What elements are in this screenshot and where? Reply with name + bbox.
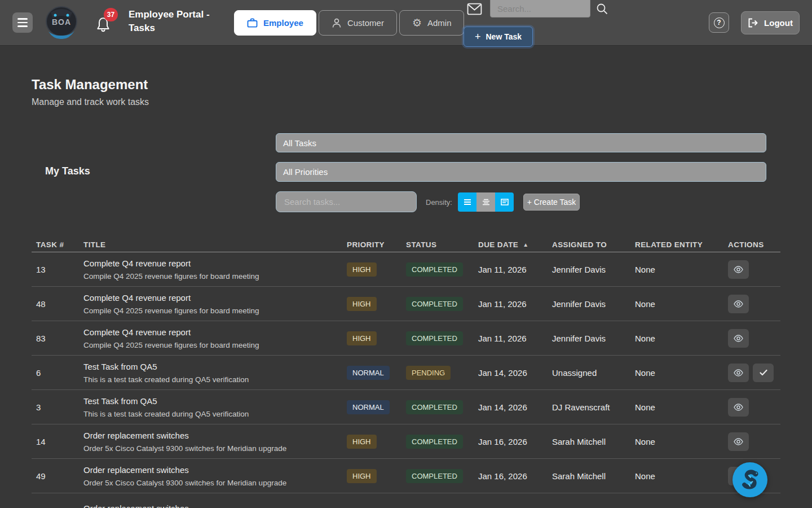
density-toggle-group xyxy=(458,192,514,212)
priority-badge: HIGH xyxy=(347,469,377,483)
task-description: This is a test task created during QA5 v… xyxy=(83,375,347,384)
assigned-to: Jennifer Davis xyxy=(552,299,635,309)
help-button[interactable]: ? xyxy=(709,12,729,33)
density-compact-icon xyxy=(482,198,491,206)
related-entity: None xyxy=(635,299,728,309)
tab-admin[interactable]: ⚙ Admin xyxy=(399,10,465,36)
tab-employee[interactable]: Employee xyxy=(234,10,316,36)
view-task-button[interactable] xyxy=(728,329,749,348)
task-number: 48 xyxy=(36,299,83,309)
task-row: 6Test Task from QA5This is a test task c… xyxy=(32,356,780,390)
create-task-button[interactable]: + Create Task xyxy=(523,194,580,211)
priority-badge: HIGH xyxy=(347,435,377,449)
svg-text:BOA: BOA xyxy=(52,17,71,27)
check-icon xyxy=(760,369,767,376)
assigned-to: Sarah Mitchell xyxy=(552,437,635,446)
status-badge: COMPLETED xyxy=(406,435,463,449)
floating-snake-button[interactable] xyxy=(732,462,767,497)
density-lines-icon xyxy=(463,198,472,206)
global-search-input[interactable] xyxy=(490,0,590,17)
priority-cell: NORMAL xyxy=(347,366,406,380)
new-task-label: New Task xyxy=(486,32,522,41)
view-task-button[interactable] xyxy=(728,398,749,417)
status-badge: COMPLETED xyxy=(406,400,463,414)
due-date: Jan 16, 2026 xyxy=(478,437,552,446)
task-table: TASK # TITLE PRIORITY STATUS DUE DATE▲ A… xyxy=(32,237,780,508)
related-entity: None xyxy=(635,265,728,274)
task-number: 3 xyxy=(36,402,83,412)
view-task-button[interactable] xyxy=(728,260,749,279)
priority-badge: HIGH xyxy=(347,331,377,345)
mail-icon[interactable] xyxy=(467,2,482,18)
snake-icon xyxy=(738,467,762,492)
notification-count-badge: 37 xyxy=(104,8,118,21)
task-title: Order replacement switches xyxy=(83,465,347,475)
question-icon: ? xyxy=(714,17,725,28)
density-card-icon xyxy=(500,198,509,206)
logout-button[interactable]: Logout xyxy=(741,11,800,34)
col-title: TITLE xyxy=(83,240,347,249)
status-badge: COMPLETED xyxy=(406,469,463,483)
actions-cell xyxy=(728,364,780,382)
logout-label: Logout xyxy=(764,18,793,28)
person-icon xyxy=(332,18,342,28)
due-date: Jan 11, 2026 xyxy=(478,334,552,343)
task-row: 3Test Task from QA5This is a test task c… xyxy=(32,390,780,424)
due-date: Jan 16, 2026 xyxy=(478,471,552,481)
app-logo: BOA xyxy=(44,5,79,41)
tab-customer[interactable]: Customer xyxy=(319,10,397,36)
assigned-to: Sarah Mitchell xyxy=(552,471,635,481)
status-cell: PENDING xyxy=(406,366,478,380)
status-cell: COMPLETED xyxy=(406,435,478,449)
task-title-cell: Test Task from QA5This is a test task cr… xyxy=(83,362,347,384)
priority-cell: HIGH xyxy=(347,469,406,483)
assigned-to: Unassigned xyxy=(552,368,635,378)
create-task-label: + Create Task xyxy=(527,198,576,207)
task-title-cell: Complete Q4 revenue reportCompile Q4 202… xyxy=(83,293,347,315)
task-filter-select[interactable]: All Tasks xyxy=(276,133,766,152)
priority-filter-value: All Priorities xyxy=(283,167,328,177)
priority-badge: HIGH xyxy=(347,297,377,311)
col-task-number: TASK # xyxy=(36,240,83,249)
portal-tabs: Employee Customer ⚙ Admin xyxy=(234,10,464,36)
task-title-cell: Order replacement switches xyxy=(83,503,347,508)
related-entity: None xyxy=(635,334,728,343)
priority-filter-select[interactable]: All Priorities xyxy=(276,162,766,182)
eye-icon xyxy=(733,265,744,274)
view-task-button[interactable] xyxy=(728,432,749,451)
actions-cell xyxy=(728,295,780,313)
notifications-button[interactable]: 37 xyxy=(96,14,121,36)
density-card-button[interactable] xyxy=(495,192,514,212)
col-due-date[interactable]: DUE DATE▲ xyxy=(478,240,552,249)
task-title: Test Task from QA5 xyxy=(83,362,347,371)
view-task-button[interactable] xyxy=(728,295,749,313)
task-title: Complete Q4 revenue report xyxy=(83,259,347,268)
due-date: Jan 14, 2026 xyxy=(478,368,552,378)
complete-task-button[interactable] xyxy=(753,364,774,382)
task-description: Compile Q4 2025 revenue figures for boar… xyxy=(83,306,347,315)
actions-cell xyxy=(728,329,780,348)
col-related-entity: RELATED ENTITY xyxy=(635,240,728,249)
task-description: This is a test task created during QA5 v… xyxy=(83,410,347,418)
task-number: 13 xyxy=(36,265,83,274)
eye-icon xyxy=(733,334,744,343)
col-actions: ACTIONS xyxy=(728,240,780,249)
task-description: Order 5x Cisco Catalyst 9300 switches fo… xyxy=(83,479,347,487)
priority-badge: HIGH xyxy=(347,262,377,277)
actions-cell xyxy=(728,432,780,451)
task-search-input[interactable] xyxy=(276,191,417,212)
assigned-to: Jennifer Davis xyxy=(552,265,635,274)
view-task-button[interactable] xyxy=(728,364,749,382)
density-compact-button[interactable] xyxy=(476,192,495,212)
hamburger-menu-button[interactable] xyxy=(12,12,33,33)
search-icon[interactable] xyxy=(596,3,608,17)
app-title: Employee Portal - Tasks xyxy=(129,8,219,35)
task-title-cell: Order replacement switchesOrder 5x Cisco… xyxy=(83,431,347,453)
new-task-button[interactable]: + New Task xyxy=(464,27,533,47)
status-cell: COMPLETED xyxy=(406,400,478,414)
related-entity: None xyxy=(635,471,728,481)
eye-icon xyxy=(733,300,744,308)
density-comfortable-button[interactable] xyxy=(458,192,476,212)
actions-cell xyxy=(728,260,780,279)
priority-cell: HIGH xyxy=(347,297,406,311)
